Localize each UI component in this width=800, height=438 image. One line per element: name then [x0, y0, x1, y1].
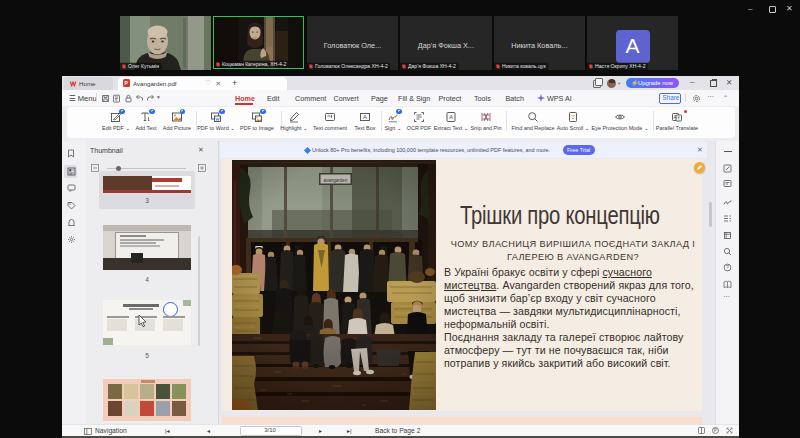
svg-text:A: A [673, 115, 676, 120]
svg-text:?: ? [726, 264, 729, 270]
svg-text:P: P [714, 428, 717, 433]
